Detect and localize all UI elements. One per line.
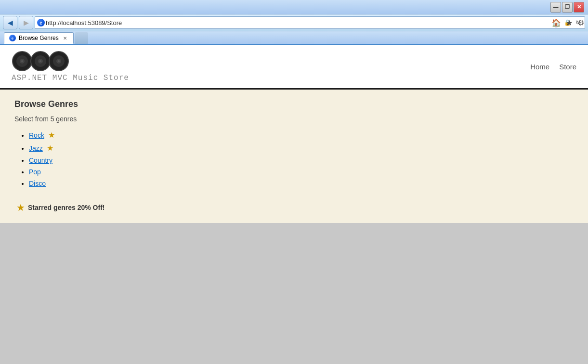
page-content: Browse Genres Select from 5 genres Rock … bbox=[0, 90, 588, 223]
genre-link-disco[interactable]: Disco bbox=[29, 180, 46, 187]
new-tab-button[interactable] bbox=[75, 32, 88, 44]
close-button[interactable]: ✕ bbox=[574, 2, 584, 13]
genre-subtitle: Select from 5 genres bbox=[14, 115, 574, 123]
tab-bar: e Browse Genres ✕ bbox=[0, 31, 588, 45]
rock-star-icon: ★ bbox=[48, 131, 55, 139]
list-item: Disco bbox=[29, 180, 574, 187]
page-header: ASP.NET MVC Music Store Home Store bbox=[0, 45, 588, 90]
list-item: Country bbox=[29, 156, 574, 164]
nav-store[interactable]: Store bbox=[559, 63, 576, 71]
header-nav: Home Store bbox=[530, 63, 576, 71]
tab-ie-icon: e bbox=[9, 35, 16, 41]
nav-home[interactable]: Home bbox=[530, 63, 549, 71]
site-title: ASP.NET MVC Music Store bbox=[12, 74, 129, 82]
restore-button[interactable]: ❐ bbox=[562, 2, 573, 13]
genre-list: Rock ★ Jazz ★ Country Pop Disco bbox=[14, 130, 574, 187]
ie-icon: e bbox=[37, 19, 45, 26]
address-text: http://localhost:53089/Store bbox=[46, 19, 551, 26]
title-bar-controls: — ❐ ✕ bbox=[550, 2, 584, 13]
jazz-star-icon: ★ bbox=[47, 144, 53, 152]
list-item: Rock ★ bbox=[29, 130, 574, 140]
genre-link-rock[interactable]: Rock bbox=[29, 131, 44, 139]
page-footer bbox=[0, 223, 588, 364]
promo-star-icon: ★ bbox=[16, 202, 25, 213]
address-bar[interactable]: e http://localhost:53089/Store ▾ 🔒 ↻ bbox=[35, 16, 585, 29]
browser-right-icons: 🏠 ★ ⚙ bbox=[551, 18, 584, 27]
list-item: Jazz ★ bbox=[29, 143, 574, 153]
home-icon[interactable]: 🏠 bbox=[551, 18, 561, 27]
genre-link-country[interactable]: Country bbox=[29, 156, 52, 164]
svg-point-11 bbox=[58, 60, 60, 62]
back-button[interactable]: ◀ bbox=[3, 16, 17, 29]
genre-link-jazz[interactable]: Jazz bbox=[29, 144, 43, 152]
promo-section: ★ Starred genres 20% Off! bbox=[14, 202, 574, 213]
active-tab[interactable]: e Browse Genres ✕ bbox=[4, 32, 74, 44]
settings-icon[interactable]: ⚙ bbox=[577, 18, 584, 27]
forward-button[interactable]: ▶ bbox=[19, 16, 33, 29]
genre-link-pop[interactable]: Pop bbox=[29, 168, 41, 176]
minimize-button[interactable]: — bbox=[550, 2, 561, 13]
logo-svg bbox=[12, 51, 69, 72]
page-title: Browse Genres bbox=[14, 99, 574, 109]
navigation-toolbar: ◀ ▶ e http://localhost:53089/Store ▾ 🔒 ↻… bbox=[0, 14, 588, 31]
title-bar: — ❐ ✕ bbox=[0, 0, 588, 14]
tab-close-button[interactable]: ✕ bbox=[62, 35, 68, 41]
svg-point-7 bbox=[39, 60, 41, 62]
tab-label: Browse Genres bbox=[19, 35, 59, 41]
logo-area: ASP.NET MVC Music Store bbox=[12, 51, 129, 82]
list-item: Pop bbox=[29, 168, 574, 176]
browser-window: — ❐ ✕ ◀ ▶ e http://localhost:53089/Store… bbox=[0, 0, 588, 364]
promo-text: Starred genres 20% Off! bbox=[28, 204, 105, 211]
svg-point-3 bbox=[21, 60, 23, 62]
logo-discs bbox=[12, 51, 69, 72]
favorites-icon[interactable]: ★ bbox=[566, 18, 573, 27]
